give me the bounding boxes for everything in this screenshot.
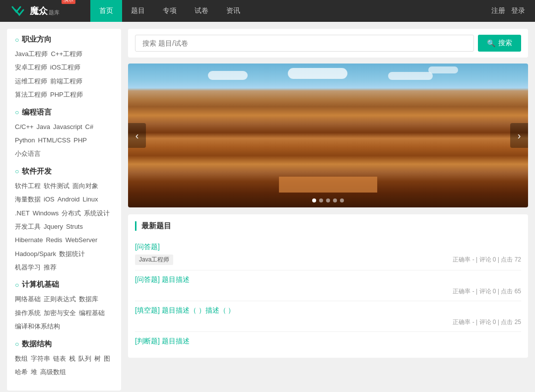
sidebar-link[interactable]: Redis (46, 234, 62, 246)
sidebar-link[interactable]: 加密与安全 (44, 307, 76, 319)
sidebar-link[interactable]: 编译和体系结构 (15, 321, 60, 332)
sidebar-link[interactable]: Java (37, 121, 50, 132)
nav-item-news[interactable]: 资讯 (217, 0, 249, 22)
sidebar-link[interactable]: WebServer (66, 234, 98, 246)
latest-questions-section: 最新题目 [问答题] Java工程师 正确率 - | 评论 0 | 点击 72 … (128, 214, 528, 358)
sidebar-link[interactable]: 网络基础 (15, 293, 41, 305)
sidebar-link[interactable]: Hibernate (15, 234, 43, 246)
sidebar-link[interactable]: Java工程师 (15, 48, 48, 60)
sidebar-link[interactable]: Struts (66, 221, 83, 232)
sidebar-link[interactable]: iOS (44, 194, 55, 205)
sidebar-link[interactable]: C++工程师 (51, 48, 82, 60)
question-stats: 正确率 - | 评论 0 | 点击 65 (453, 287, 521, 296)
nav-item-questions[interactable]: 题目 (122, 0, 154, 22)
question-link[interactable]: [问答题] 题目描述 (135, 275, 190, 283)
sidebar-links-software: 软件工程 软件测试 面向对象 海量数据 iOS Android Linux .N… (15, 180, 113, 273)
question-meta: 正确率 - | 评论 0 | 点击 65 (135, 287, 521, 296)
sidebar-link[interactable]: 面向对象 (72, 180, 98, 192)
sidebar-link[interactable]: 开发工具 (15, 221, 41, 232)
circle-icon-cs: ○ (15, 281, 19, 289)
sidebar-title-lang: ○ 编程语言 (15, 108, 113, 117)
header-right: 注册 登录 (491, 6, 525, 15)
question-stats: 正确率 - | 评论 0 | 点击 25 (453, 318, 521, 327)
carousel-dot[interactable] (319, 198, 323, 202)
sidebar-link[interactable]: 栈 (69, 353, 75, 364)
carousel-dot[interactable] (333, 198, 337, 202)
sidebar-link[interactable]: Jquery (44, 221, 63, 232)
login-button[interactable]: 登录 (511, 6, 525, 15)
sidebar-link[interactable]: 链表 (53, 353, 66, 364)
register-button[interactable]: 注册 (491, 6, 505, 15)
sidebar-link[interactable]: 机器学习 (15, 261, 41, 273)
sidebar-link[interactable]: PHP工程师 (50, 89, 83, 100)
sidebar-link[interactable]: Windows (33, 207, 59, 219)
sidebar-title-career: ○ 职业方向 (15, 35, 113, 44)
sidebar-link[interactable]: 正则表达式 (44, 293, 76, 305)
sidebar-link[interactable]: HTML/CSS (38, 134, 70, 146)
header-left: 魔众 题库 演示 首页 题目 专项 试卷 资讯 (10, 0, 249, 22)
sidebar-link[interactable]: Python (15, 134, 35, 146)
sidebar-link[interactable]: 算法工程师 (15, 89, 47, 100)
sidebar-link[interactable]: 树 (94, 353, 101, 364)
question-link[interactable]: [问答题] (135, 243, 160, 251)
sidebar-link[interactable]: Hadoop/Spark (15, 248, 56, 260)
sidebar-link[interactable]: Android (58, 194, 80, 205)
sidebar-link[interactable]: 系统设计 (84, 207, 110, 219)
search-input[interactable] (135, 35, 474, 52)
sidebar-link[interactable]: 图 (104, 353, 110, 364)
sidebar-link[interactable]: 哈希 (15, 366, 28, 378)
demo-badge: 演示 (62, 0, 75, 4)
sidebar-link[interactable]: Linux (82, 194, 98, 205)
sidebar-link[interactable]: PHP (73, 134, 87, 146)
sidebar-section-software: ○ 软件开发 软件工程 软件测试 面向对象 海量数据 iOS Android L… (15, 167, 113, 273)
logo-sub: 题库 (49, 9, 60, 16)
question-link[interactable]: [判断题] 题目描述 (135, 337, 190, 345)
carousel-dot[interactable] (326, 198, 330, 202)
search-bar: 🔍 搜索 (128, 29, 528, 58)
carousel-dot[interactable] (312, 198, 316, 202)
carousel-dot[interactable] (340, 198, 344, 202)
sidebar-link[interactable]: 分布式 (62, 207, 81, 219)
circle-icon-ds: ○ (15, 340, 19, 348)
sidebar-link[interactable]: 编程基础 (79, 307, 105, 319)
sidebar-link[interactable]: 数据统计 (59, 248, 85, 260)
search-button[interactable]: 🔍 搜索 (478, 35, 521, 52)
sidebar-link[interactable]: C# (85, 121, 94, 132)
sidebar-link[interactable]: .NET (15, 207, 30, 219)
sidebar-link[interactable]: iOS工程师 (50, 62, 80, 73)
sidebar-link[interactable]: C/C++ (15, 121, 34, 132)
sidebar-link[interactable]: 软件测试 (44, 180, 69, 192)
sidebar-link[interactable]: 安卓工程师 (15, 62, 47, 73)
question-link[interactable]: [填空题] 题目描述（ ）描述（ ） (135, 306, 235, 314)
sidebar-link[interactable]: 海量数据 (15, 194, 41, 205)
main-nav: 首页 题目 专项 试卷 资讯 (90, 0, 249, 22)
sidebar-link[interactable]: 堆 (31, 366, 37, 378)
sidebar-link[interactable]: 推荐 (44, 261, 57, 273)
sidebar-link[interactable]: 运维工程师 (15, 75, 47, 87)
question-meta: Java工程师 正确率 - | 评论 0 | 点击 72 (135, 255, 521, 265)
sidebar-section-ds: ○ 数据结构 数组 字符串 链表 栈 队列 树 图 哈希 堆 高级数组 (15, 339, 113, 378)
sidebar-title-software: ○ 软件开发 (15, 167, 113, 176)
carousel-prev-button[interactable]: ‹ (128, 123, 146, 148)
sidebar-link[interactable]: 前端工程师 (50, 75, 82, 87)
sidebar-title-ds: ○ 数据结构 (15, 339, 113, 349)
sidebar-links-ds: 数组 字符串 链表 栈 队列 树 图 哈希 堆 高级数组 (15, 353, 113, 378)
sidebar-link[interactable]: 数组 (15, 353, 28, 364)
question-tag[interactable]: Java工程师 (135, 255, 173, 265)
sidebar-title-cs: ○ 计算机基础 (15, 280, 113, 289)
sidebar: ○ 职业方向 Java工程师 C++工程师 安卓工程师 iOS工程师 运维工程师… (7, 29, 121, 391)
carousel-next-button[interactable]: › (510, 123, 528, 148)
sidebar-link[interactable]: 队列 (78, 353, 91, 364)
sidebar-link[interactable]: Javascript (53, 121, 82, 132)
nav-item-special[interactable]: 专项 (154, 0, 186, 22)
sidebar-link[interactable]: 数据库 (79, 293, 98, 305)
sidebar-link[interactable]: 软件工程 (15, 180, 41, 192)
sidebar-link[interactable]: 高级数组 (40, 366, 66, 378)
sidebar-links-lang: C/C++ Java Javascript C# Python HTML/CSS… (15, 121, 113, 160)
sidebar-link[interactable]: 操作系统 (15, 307, 41, 319)
nav-item-home[interactable]: 首页 (90, 0, 122, 22)
question-title: 题目描述 (162, 337, 190, 345)
sidebar-link[interactable]: 小众语言 (15, 148, 41, 159)
sidebar-link[interactable]: 字符串 (31, 353, 50, 364)
nav-item-exam[interactable]: 试卷 (186, 0, 217, 22)
